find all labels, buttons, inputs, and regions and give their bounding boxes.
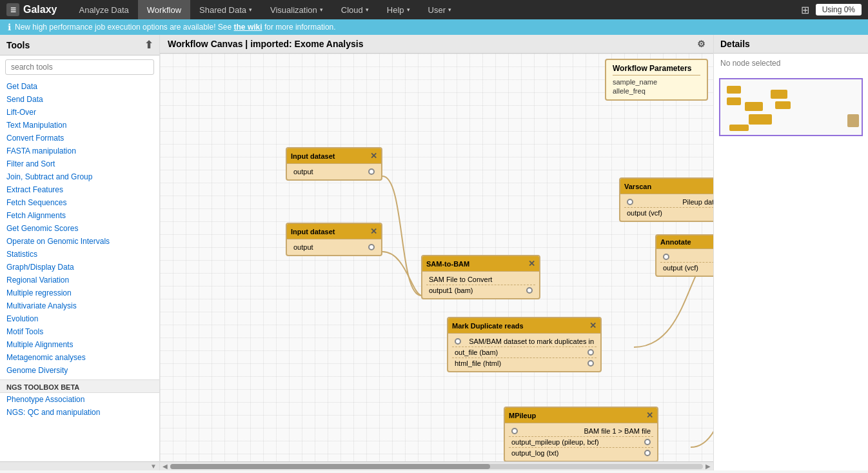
node-mpileup[interactable]: MPileup ✕ BAM file 1 > BAM file output_m… — [504, 407, 658, 461]
details-title: Details — [720, 39, 750, 49]
node-varscan-in-port[interactable] — [627, 199, 633, 205]
sidebar-item-get-genomic-scores[interactable]: Get Genomic Scores — [0, 222, 159, 235]
sidebar-item-evolution[interactable]: Evolution — [0, 312, 159, 325]
node-varscan-header: Varscan ✕ — [620, 179, 713, 194]
node-mpileup-title: MPileup — [509, 412, 536, 419]
sidebar-item-motif-tools[interactable]: Motif Tools — [0, 325, 159, 338]
mm-node-varscan — [771, 90, 787, 99]
node-mpileup-out2-port[interactable] — [644, 450, 651, 456]
sidebar-item-fetch-alignments[interactable]: Fetch Alignments — [0, 209, 159, 222]
workflow-canvas[interactable]: Workflow Parameters sample_name allele_f… — [160, 54, 713, 461]
nav-shared-data[interactable]: Shared Data ▾ — [190, 0, 261, 19]
workflow-params-box: Workflow Parameters sample_name allele_f… — [605, 59, 708, 101]
sidebar-item-regional-variation[interactable]: Regional Variation — [0, 274, 159, 287]
sidebar-item-phenotype-association[interactable]: Phenotype Association — [0, 393, 159, 406]
node-markdup-in-label: SAM/BAM dataset to mark duplicates in — [469, 337, 594, 345]
sidebar-item-multiple-alignments[interactable]: Multiple Alignments — [0, 338, 159, 351]
nav-workflow[interactable]: Workflow — [138, 0, 190, 19]
sidebar-item-join,-subtract-and-group[interactable]: Join, Subtract and Group — [0, 170, 159, 183]
sidebar-item-filter-and-sort[interactable]: Filter and Sort — [0, 157, 159, 170]
sidebar-item-graph/display-data[interactable]: Graph/Display Data — [0, 261, 159, 274]
node-markdup-in-port[interactable] — [455, 338, 461, 345]
node-sam2bam-out-port[interactable] — [526, 287, 533, 294]
search-input[interactable] — [5, 59, 154, 75]
sidebar-item-send-data[interactable]: Send Data — [0, 93, 159, 106]
upload-icon[interactable]: ⬆ — [144, 39, 153, 51]
details-header: Details — [714, 35, 868, 54]
param-allele-freq: allele_freq — [613, 86, 700, 96]
node-input1-close[interactable]: ✕ — [370, 151, 377, 161]
nav-cloud[interactable]: Cloud ▾ — [332, 0, 378, 19]
navbar: ☰ Galaxy Analyze Data Workflow Shared Da… — [0, 0, 868, 19]
usage-button[interactable]: Using 0% — [816, 4, 862, 15]
node-markdup[interactable]: Mark Duplicate reads ✕ SAM/BAM dataset t… — [447, 317, 602, 372]
sidebar-item-extract-features[interactable]: Extract Features — [0, 183, 159, 196]
sidebar-item-multivariate-analysis[interactable]: Multivariate Analysis — [0, 299, 159, 312]
node-varscan[interactable]: Varscan ✕ Pileup dataset output (vcf) — [619, 177, 713, 222]
node-mpileup-port-out2: output_log (txt) — [509, 448, 653, 458]
scroll-down-icon: ▼ — [150, 463, 157, 470]
sidebar-item-genome-diversity[interactable]: Genome Diversity — [0, 364, 159, 377]
mm-node-sam2bam — [745, 102, 763, 111]
workflow-params-title: Workflow Parameters — [613, 64, 700, 75]
scroll-right-icon: ▶ — [705, 463, 711, 470]
node-input1[interactable]: Input dataset ✕ output — [286, 147, 382, 181]
node-mpileup-out1-port[interactable] — [644, 439, 651, 445]
sidebar-scrollbar[interactable]: ▼ — [0, 461, 159, 470]
node-input2[interactable]: Input dataset ✕ output — [286, 223, 382, 256]
sidebar-item-metagenomic-analyses[interactable]: Metagenomic analyses — [0, 351, 159, 364]
wiki-link[interactable]: the wiki — [234, 23, 262, 32]
node-input2-output-port[interactable] — [368, 244, 375, 250]
sidebar-title: Tools — [6, 40, 30, 50]
nav-visualization[interactable]: Visualization ▾ — [261, 0, 332, 19]
app-grid-icon[interactable]: ⊞ — [801, 4, 809, 16]
node-mpileup-in-port[interactable] — [511, 428, 518, 434]
brand-logo: ☰ Galaxy — [6, 3, 57, 16]
scrollbar-thumb-h[interactable] — [170, 464, 490, 469]
node-varscan-out-label: output (vcf) — [627, 209, 662, 217]
sidebar-item-fetch-sequences[interactable]: Fetch Sequences — [0, 196, 159, 209]
help-arrow: ▾ — [407, 6, 410, 13]
node-markdup-out2-port[interactable] — [587, 360, 594, 367]
node-markdup-title: Mark Duplicate reads — [452, 322, 524, 330]
node-sam2bam[interactable]: SAM-to-BAM ✕ SAM File to Convert output1… — [421, 255, 540, 299]
settings-gear-icon[interactable]: ⚙ — [697, 39, 705, 49]
main-layout: Tools ⬆ Get DataSend DataLift-OverText M… — [0, 35, 868, 470]
info-bar: ℹ New high performance job execution opt… — [0, 19, 868, 35]
node-annotate-in-port[interactable] — [663, 254, 669, 260]
node-input2-body: output — [287, 239, 381, 255]
canvas-header: Workflow Canvas | imported: Exome Analys… — [160, 35, 713, 54]
tools-sidebar: Tools ⬆ Get DataSend DataLift-OverText M… — [0, 35, 160, 470]
sidebar-item-multiple-regression[interactable]: Multiple regression — [0, 287, 159, 299]
node-mpileup-close[interactable]: ✕ — [646, 410, 653, 420]
node-markdup-out1-port[interactable] — [587, 349, 594, 356]
minimap — [719, 78, 863, 136]
node-annotate[interactable]: Annotate Input output (vcf) — [655, 234, 713, 277]
nav-analyze-data[interactable]: Analyze Data — [70, 0, 137, 19]
conn-input1-sam — [382, 176, 421, 296]
sidebar-item-ngs:-qc-and-manipulation[interactable]: NGS: QC and manipulation — [0, 406, 159, 419]
canvas-scrollbar-horizontal[interactable]: ◀ ▶ — [160, 461, 713, 470]
sidebar-item-statistics[interactable]: Statistics — [0, 248, 159, 261]
sidebar-item-text-manipulation[interactable]: Text Manipulation — [0, 119, 159, 132]
sidebar-item-get-data[interactable]: Get Data — [0, 80, 159, 93]
node-input2-close[interactable]: ✕ — [370, 226, 377, 236]
viz-arrow: ▾ — [320, 6, 323, 13]
sidebar-item-lift-over[interactable]: Lift-Over — [0, 106, 159, 119]
sidebar-item-operate-on-genomic-intervals[interactable]: Operate on Genomic Intervals — [0, 235, 159, 248]
node-sam2bam-header: SAM-to-BAM ✕ — [422, 256, 539, 272]
nav-help[interactable]: Help ▾ — [378, 0, 419, 19]
sidebar-item-convert-formats[interactable]: Convert Formats — [0, 132, 159, 145]
node-input1-body: output — [287, 164, 381, 179]
shared-data-arrow: ▾ — [249, 6, 252, 13]
node-sam2bam-body: SAM File to Convert output1 (bam) — [422, 272, 539, 298]
node-markdup-port-out1: out_file (bam) — [452, 347, 597, 358]
sidebar-item-fasta-manipulation[interactable]: FASTA manipulation — [0, 145, 159, 157]
nav-user[interactable]: User ▾ — [419, 0, 460, 19]
node-input1-output-port[interactable] — [368, 168, 375, 175]
node-sam2bam-close[interactable]: ✕ — [528, 259, 535, 268]
node-annotate-body: Input output (vcf) — [656, 249, 713, 276]
node-markdup-close[interactable]: ✕ — [589, 321, 597, 330]
mm-node-input2 — [727, 97, 741, 105]
node-input2-title: Input dataset — [291, 228, 335, 236]
